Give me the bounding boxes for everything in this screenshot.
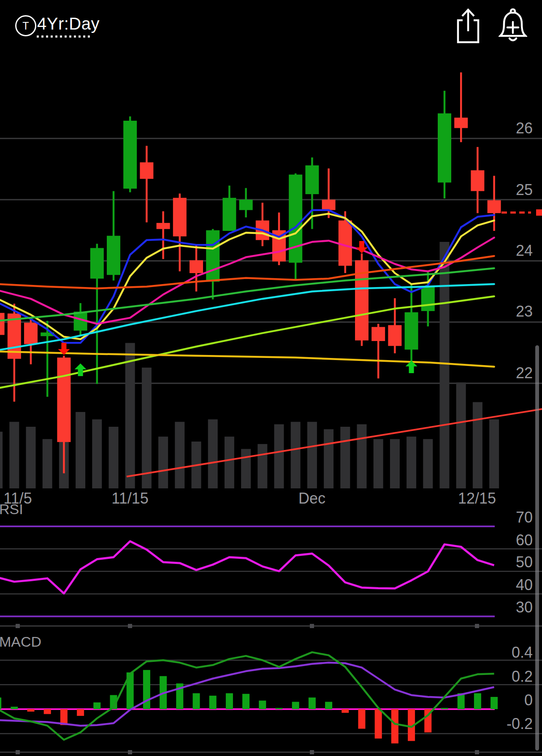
macd-histogram-bar xyxy=(44,709,51,714)
macd-histogram-bar xyxy=(375,709,382,739)
volume-bar xyxy=(357,424,367,488)
macd-histogram-bar xyxy=(309,697,316,709)
timeframe-title[interactable]: 4Yr:Day xyxy=(37,14,100,33)
candle-body xyxy=(454,118,468,128)
candle-body xyxy=(140,163,153,179)
macd-histogram-bar xyxy=(226,693,233,709)
volume-bar xyxy=(109,427,119,488)
macd-histogram-bar xyxy=(276,708,283,709)
volume-bar xyxy=(257,444,267,488)
candle-body xyxy=(305,165,319,194)
date-tick-mark xyxy=(475,624,479,628)
ma-line-magenta xyxy=(0,238,494,324)
timeframe-dotted-underline xyxy=(37,35,90,38)
candle-body xyxy=(222,198,236,231)
rsi-axis-label: 60 xyxy=(516,531,533,549)
volume-bar xyxy=(158,436,168,488)
macd-histogram-bar xyxy=(143,670,150,709)
chart-canvas[interactable]: 26 25 24 23 22 11/5 11/15 Dec 12/15 RSI … xyxy=(0,0,542,756)
candle-body xyxy=(206,230,220,282)
candle-body xyxy=(421,286,435,311)
volume-bar xyxy=(291,422,301,488)
date-axis-label: Dec xyxy=(298,490,325,507)
candle-body xyxy=(289,175,302,263)
volume-bar xyxy=(92,419,102,488)
macd-histogram-bar xyxy=(93,702,100,709)
volume-bar xyxy=(390,439,400,488)
volume-bar xyxy=(225,436,234,488)
candle-body xyxy=(322,200,336,210)
macd-axis-label: 0.2 xyxy=(512,668,533,685)
macd-histogram-bar xyxy=(27,709,35,712)
volume-bar xyxy=(76,412,85,488)
candle-body xyxy=(173,198,187,236)
price-panel xyxy=(0,72,501,473)
macd-axis-label: -0.2 xyxy=(507,715,533,732)
volume-bar xyxy=(208,419,218,488)
ma-line-gold xyxy=(0,352,494,367)
date-tick-mark xyxy=(16,624,20,628)
volume-bar xyxy=(489,419,499,488)
volume-bar xyxy=(423,439,433,488)
candle-body xyxy=(57,358,70,442)
ma-line-green xyxy=(0,268,494,321)
alert-bell-button[interactable] xyxy=(499,7,527,46)
date-tick-mark xyxy=(128,624,132,628)
candle-body xyxy=(0,313,5,335)
candle-body xyxy=(190,260,203,273)
macd-axis-label: 0 xyxy=(524,691,533,709)
volume-bar xyxy=(142,368,152,488)
vertical-scrollbar[interactable] xyxy=(535,345,539,751)
date-tick-mark xyxy=(128,750,132,754)
date-tick-mark xyxy=(310,750,314,754)
buy-arrow-icon xyxy=(75,363,87,376)
volume-bar xyxy=(307,422,317,488)
volume-bar xyxy=(473,402,482,488)
macd-histogram-bar xyxy=(259,701,266,709)
rsi-panel-title: RSI xyxy=(0,501,23,517)
volume-bar xyxy=(241,449,251,488)
macd-axis-label: 0.4 xyxy=(512,644,533,661)
date-tick-mark xyxy=(475,750,479,754)
price-axis-label: 22 xyxy=(516,364,533,382)
candle-body xyxy=(90,248,104,279)
candle-body xyxy=(239,200,253,210)
macd-histogram-bar xyxy=(358,709,366,729)
last-price-square xyxy=(536,209,542,216)
macd-histogram-bar xyxy=(77,709,84,716)
rsi-axis-label: 70 xyxy=(516,509,533,526)
price-axis-label: 26 xyxy=(516,119,533,137)
volume-bar xyxy=(274,424,284,488)
last-price-marker xyxy=(501,209,542,216)
trading-chart-screen: 26 25 24 23 22 11/5 11/15 Dec 12/15 RSI … xyxy=(0,0,542,756)
macd-panel-title: MACD xyxy=(0,634,41,650)
rsi-panel xyxy=(0,526,542,616)
price-axis-label: 23 xyxy=(516,303,533,320)
candle-body xyxy=(24,322,38,344)
macd-histogram-bar xyxy=(325,702,332,709)
share-button[interactable] xyxy=(456,7,480,45)
volume-bar xyxy=(456,382,466,488)
candle-body xyxy=(157,223,170,229)
rsi-axis-label: 30 xyxy=(516,599,533,616)
volume-bar xyxy=(340,427,350,488)
macd-histogram-bar xyxy=(441,708,448,709)
ticker-symbol-badge[interactable]: T xyxy=(15,15,36,36)
volume-bar xyxy=(175,422,184,488)
date-tick-mark xyxy=(16,750,20,754)
macd-histogram-bar xyxy=(341,709,349,713)
candle-body xyxy=(107,236,120,275)
macd-histogram-bar xyxy=(11,707,18,709)
price-axis-label: 24 xyxy=(516,242,533,259)
bell-plus-icon xyxy=(499,7,527,45)
candle-body xyxy=(388,325,401,346)
macd-panel xyxy=(0,624,542,754)
volume-bar xyxy=(9,422,19,488)
candle-body xyxy=(488,200,501,213)
macd-histogram-bar xyxy=(209,696,217,709)
candle-body xyxy=(471,170,484,191)
date-tick-mark xyxy=(310,624,314,628)
macd-histogram-bar xyxy=(242,694,249,709)
volume-bar xyxy=(440,242,450,488)
date-axis-label: 12/15 xyxy=(458,490,496,507)
